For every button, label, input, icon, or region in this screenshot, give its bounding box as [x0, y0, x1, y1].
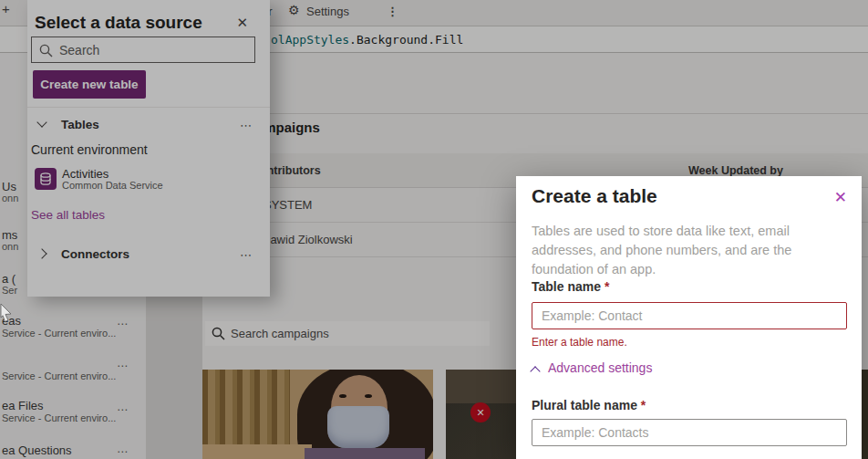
- advanced-settings-label: Advanced settings: [548, 360, 652, 375]
- plural-table-name-label: Plural table name *: [532, 398, 646, 412]
- required-asterisk: *: [604, 279, 609, 294]
- table-name-error: Enter a table name.: [532, 336, 627, 349]
- create-table-dialog: Create a table ✕ Tables are used to stor…: [516, 176, 862, 459]
- plural-table-name-input[interactable]: [532, 419, 847, 446]
- table-name-label: Table name *: [532, 279, 609, 294]
- mouse-cursor: [0, 304, 15, 326]
- chevron-up-icon: [530, 366, 540, 376]
- dialog-description: Tables are used to store data like text,…: [532, 222, 851, 279]
- label-text: Plural table name: [532, 398, 637, 412]
- label-text: Table name: [532, 279, 601, 294]
- powerapps-editor-screen: + er ⚙ Settings ⋮ olAppStyles.Background…: [0, 0, 868, 459]
- close-icon[interactable]: ✕: [834, 188, 847, 207]
- table-name-input[interactable]: [532, 302, 847, 329]
- advanced-settings-toggle[interactable]: Advanced settings: [532, 360, 652, 375]
- dialog-title: Create a table: [532, 185, 657, 207]
- required-asterisk: *: [641, 398, 646, 412]
